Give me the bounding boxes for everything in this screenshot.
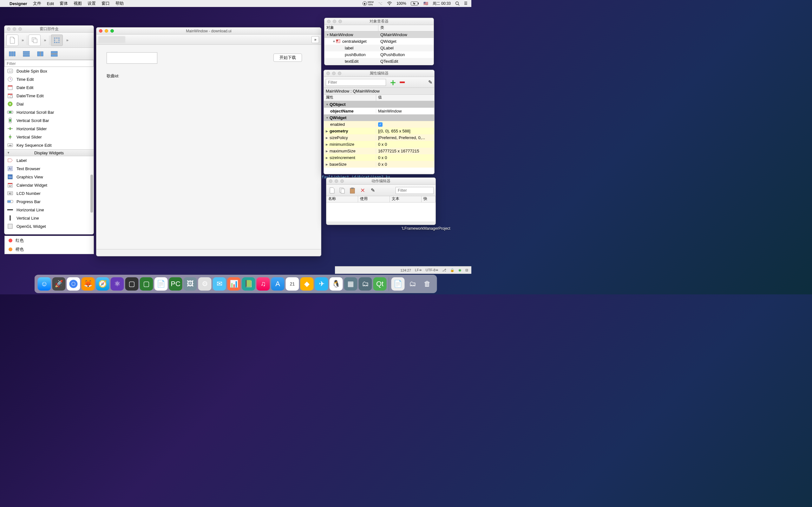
traffic-lights[interactable] [329, 179, 344, 183]
dock-app1[interactable]: 📊 [227, 277, 241, 291]
dock-app5[interactable]: 🗂 [359, 277, 372, 291]
widget-item: ABIKey Sequence Edit [4, 141, 94, 149]
git-icon[interactable]: ⎇ [442, 268, 446, 272]
new-action-icon[interactable] [328, 187, 336, 194]
dock-doc[interactable]: 📄 [392, 277, 405, 291]
svg-line-4 [458, 4, 460, 6]
dock-downloads[interactable]: 🗂 [406, 277, 419, 291]
dock-safari[interactable]: 🧭 [96, 277, 109, 291]
cursor-pos[interactable]: 124:27 [400, 268, 411, 272]
spotlight-icon[interactable] [455, 1, 460, 6]
new-form-button[interactable] [6, 35, 18, 46]
dock-feishu[interactable]: ✈ [315, 277, 328, 291]
layout-vsplit-button[interactable] [48, 49, 60, 58]
pushbutton-widget[interactable]: 开始下载 [273, 54, 302, 62]
toolbar-chevron-2[interactable]: » [42, 38, 48, 43]
traffic-lights[interactable] [99, 29, 114, 33]
property-wand-icon[interactable]: ✎ [428, 79, 432, 85]
copy-action-icon[interactable] [339, 187, 346, 194]
dock-pycharm[interactable]: PC [169, 277, 183, 291]
dock-calendar[interactable]: 21 [286, 277, 299, 291]
widget-category[interactable]: ▼Display Widgets [4, 149, 94, 156]
dock-finder[interactable]: ☺ [38, 277, 51, 291]
menu-file[interactable]: 文件 [33, 1, 41, 6]
lock-icon[interactable]: 🔒 [450, 268, 455, 272]
dock-appstore[interactable]: A [271, 277, 285, 291]
form-canvas[interactable]: 开始下载 歌曲id: [96, 45, 321, 249]
color-orange[interactable]: 橙色 [5, 245, 94, 254]
color-red[interactable]: 红色 [5, 236, 94, 245]
dock-textedit[interactable]: 📄 [154, 277, 168, 291]
wifi-icon[interactable] [387, 2, 392, 5]
remove-property-button[interactable]: ━ [400, 78, 404, 87]
layout-h-button[interactable] [6, 49, 18, 58]
checkbox-checked-icon[interactable]: ✓ [378, 122, 383, 127]
dock-iterm[interactable]: ▢ [140, 277, 153, 291]
desktop-folder-label[interactable]: 'LFrameworkManagerProject [402, 226, 437, 231]
dock-chrome[interactable] [67, 277, 80, 291]
object-inspector-panel: 对象查看器 对象类 ▼MainWindowQMainWindow ▼centra… [324, 18, 434, 65]
input-flag[interactable]: 🇺🇸 [423, 1, 428, 6]
actedit-filter-input[interactable] [396, 187, 434, 194]
menu-help[interactable]: 帮助 [115, 1, 124, 6]
dock-launchpad[interactable]: 🚀 [52, 277, 66, 291]
dock-music[interactable]: ♫ [257, 277, 270, 291]
encoding[interactable]: UTF-8≑ [426, 268, 438, 272]
settings-icon[interactable]: ⊟ [465, 268, 468, 272]
menu-window[interactable]: 窗口 [101, 1, 110, 6]
propedit-row: ▶geometry[(0, 0), 655 x 588] [324, 128, 434, 134]
layout-edit-button[interactable] [51, 35, 63, 46]
mem-indicator[interactable]: ◐ MEM78% [362, 1, 374, 6]
menu-form[interactable]: 窗体 [60, 1, 68, 6]
clock[interactable]: 周二 00:33 [433, 1, 451, 6]
dock-app4[interactable]: ▦ [344, 277, 357, 291]
wand-action-icon[interactable]: ✎ [369, 187, 376, 194]
add-property-button[interactable]: ＋ [389, 76, 397, 89]
layout-hsplit-button[interactable] [34, 49, 46, 58]
dock-qq[interactable]: 🐧 [329, 277, 343, 291]
dock-trash[interactable]: 🗑 [420, 277, 434, 291]
propedit-toolbar: ＋ ━ ✎ [324, 77, 434, 88]
line-ending[interactable]: LF≑ [415, 268, 422, 272]
dock-firefox[interactable]: 🦊 [82, 277, 95, 291]
propedit-body[interactable]: ▼QObject objectNameMainWindow ▼QWidget e… [324, 101, 434, 174]
dock-app3[interactable]: ◆ [300, 277, 314, 291]
propedit-filter-input[interactable] [326, 79, 386, 86]
battery-icon[interactable] [411, 2, 419, 5]
widget-filter-input[interactable] [4, 60, 94, 67]
widget-list[interactable]: 1.2Double Spin Box Time Edit Date Edit D… [4, 67, 94, 234]
menu-extras-icon[interactable]: ☰ [464, 1, 467, 6]
traffic-lights[interactable] [7, 27, 22, 31]
label-widget[interactable]: 歌曲id: [107, 73, 119, 79]
copy-button[interactable] [29, 35, 41, 46]
canvas-toolbar-expand[interactable]: » [311, 36, 319, 43]
widget-item: Horizontal Scroll Bar [4, 108, 94, 116]
actedit-body[interactable] [326, 203, 436, 222]
qt-icon[interactable]: ◉ [458, 268, 461, 272]
dock-mail[interactable]: ✉ [213, 277, 226, 291]
dock-app2[interactable]: 📗 [242, 277, 255, 291]
dock-atom[interactable]: ⚛ [111, 277, 124, 291]
paste-action-icon[interactable] [349, 187, 356, 194]
menu-settings[interactable]: 设置 [88, 1, 96, 6]
dock-qt[interactable]: Qt [373, 277, 387, 291]
traffic-lights[interactable] [326, 72, 341, 75]
svg-rect-71 [351, 187, 354, 189]
toolbar-chevron-1[interactable]: » [20, 38, 26, 43]
layout-v-button[interactable] [20, 49, 32, 58]
textedit-widget[interactable] [107, 52, 157, 64]
scrollbar-thumb[interactable] [90, 175, 93, 213]
widget-item: Dial [4, 100, 94, 108]
app-name[interactable]: Designer [9, 1, 27, 6]
widget-box-toolbar: » » » [4, 33, 94, 48]
bluetooth-icon[interactable]: ⌥ [378, 1, 383, 6]
objinsp-tree[interactable]: ▼MainWindowQMainWindow ▼centralwidgetQWi… [324, 32, 434, 65]
traffic-lights[interactable] [327, 20, 342, 23]
menu-view[interactable]: 视图 [73, 1, 82, 6]
dock-preview[interactable]: 🖼 [184, 277, 197, 291]
toolbar-chevron-3[interactable]: » [64, 38, 70, 43]
dock-systempref[interactable]: ⚙ [198, 277, 212, 291]
menu-edit[interactable]: Edit [47, 1, 54, 6]
dock-terminal[interactable]: ▢ [125, 277, 139, 291]
delete-action-icon[interactable]: ✕ [359, 187, 366, 194]
